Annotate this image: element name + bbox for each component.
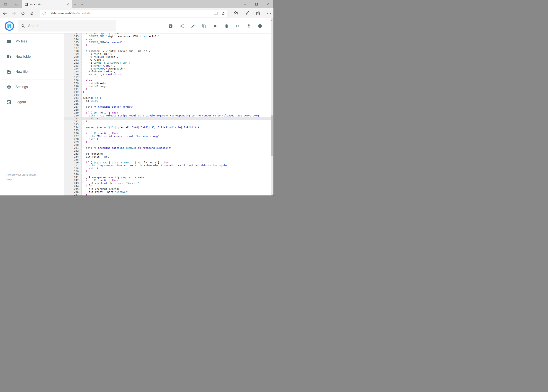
minimize-button[interactable] — [239, 0, 251, 8]
sidebar-item-my-files[interactable]: My files — [0, 34, 64, 49]
share-button[interactable] — [180, 24, 184, 28]
set-tabs-aside-button[interactable] — [11, 0, 22, 8]
new-tab-button[interactable] — [72, 0, 79, 8]
back-button[interactable] — [0, 8, 9, 18]
save-button[interactable] — [168, 24, 173, 28]
search-input[interactable] — [28, 24, 113, 28]
code-line[interactable]: 223 — [64, 123, 273, 126]
add-favorite-star-icon[interactable] — [220, 12, 227, 15]
code-line[interactable]: 237 echo "Tag $semver does not exist in … — [64, 164, 273, 167]
code-line[interactable]: 195 COMMIT_SHA="untracked" — [64, 41, 273, 44]
download-button[interactable] — [247, 24, 251, 28]
code-line[interactable]: 225 — [64, 129, 273, 132]
code-line[interactable]: 202 -e COMMIT_SHA=$COMMIT_SHA \ — [64, 61, 273, 64]
code-line[interactable]: 244 else — [64, 185, 273, 188]
code-line[interactable]: 220 echo "This release script requires a… — [64, 114, 273, 117]
forward-button[interactable] — [9, 8, 18, 18]
code-line[interactable]: 196 fi — [64, 44, 273, 47]
tab-close-icon[interactable] — [66, 3, 70, 6]
code-line[interactable]: 226 if [ $? -ne 0 ]; then — [64, 132, 273, 135]
tab-list-chevron-button[interactable] — [79, 0, 86, 8]
code-line[interactable]: 246 git reset --hard "$semver" — [64, 190, 273, 193]
code-line[interactable]: 200 -v /$(pwd):/src:z \ — [64, 55, 273, 58]
raw-code-button[interactable] — [235, 24, 240, 28]
code-line[interactable]: 222 fi — [64, 120, 273, 123]
code-line[interactable]: 236 if [ $(git tag | grep "$semver" | wc… — [64, 161, 273, 164]
code-line[interactable]: 239 fi — [64, 170, 273, 173]
sidebar-item-new-file[interactable]: New file — [0, 64, 64, 79]
code-line[interactable]: 192 if [ -d ".git" ]; then — [64, 34, 273, 35]
code-line[interactable]: 207 — [64, 76, 273, 79]
code-line[interactable]: 211 fi — [64, 88, 273, 91]
move-button[interactable] — [213, 24, 218, 28]
code-line[interactable]: 209 buildAssets — [64, 82, 273, 85]
code-line[interactable]: 243 git checkout -b release "$semver" — [64, 182, 273, 185]
reading-view-icon[interactable] — [212, 12, 220, 15]
code-line[interactable]: 197 — [64, 47, 273, 49]
sidebar-item-settings[interactable]: Settings — [0, 79, 64, 95]
code-line[interactable]: 247 fi — [64, 193, 273, 196]
tab-preview-button[interactable] — [0, 0, 11, 8]
code-line[interactable]: 240 — [64, 173, 273, 176]
code-line[interactable]: 224 semver=$(echo "$1" | grep -P '^v(0|[… — [64, 126, 273, 129]
code-line[interactable]: 213 — [64, 94, 273, 97]
code-line[interactable]: 242 if [ $? -ne 0 ]; then — [64, 179, 273, 182]
code-line[interactable]: 198 $(command -v winpty) docker run --rm… — [64, 49, 273, 52]
code-line[interactable]: 201 -w //src \ — [64, 58, 273, 61]
code-line[interactable]: 193 COMMIT_SHA="$(git rev-parse HEAD | c… — [64, 35, 273, 38]
search-box[interactable] — [18, 20, 116, 32]
url-text[interactable]: filebrowser.web/files/wizard.sh — [50, 12, 212, 15]
code-line[interactable]: 194 else — [64, 38, 273, 41]
code-line[interactable]: 219 if [ $# -ne 1 ]; then — [64, 111, 273, 114]
code-line[interactable]: 233 cd frontend — [64, 152, 273, 155]
site-info-icon[interactable] — [40, 12, 48, 15]
code-line[interactable]: 232 — [64, 149, 273, 152]
code-line[interactable]: 221 exit 1 — [64, 117, 273, 120]
code-line[interactable]: 234 git fetch --all — [64, 155, 273, 158]
settings-ellipsis-icon[interactable] — [265, 13, 273, 14]
code-line[interactable]: 245 git checkout release — [64, 188, 273, 190]
maximize-button[interactable] — [251, 0, 262, 8]
code-line[interactable]: 229 fi — [64, 140, 273, 143]
code-line[interactable]: 216 — [64, 102, 273, 105]
code-line[interactable]: 227 echo "Not valid semver format. See s… — [64, 135, 273, 138]
tab-wizard-sh[interactable]: wizard.sh — [22, 0, 72, 8]
code-line[interactable]: 203 -e HOME="//tmp" \ — [64, 64, 273, 67]
sidebar-item-new-folder[interactable]: New folder — [0, 49, 64, 64]
code-line[interactable]: 217 echo "> Checking semver format" — [64, 105, 273, 108]
code-line[interactable]: 241 git rev-parse --verify --quiet relea… — [64, 176, 273, 179]
scrollbar-up-arrow[interactable] — [271, 18, 273, 21]
sidebar-item-logout[interactable]: Logout — [0, 95, 64, 110]
code-line[interactable]: 228 exit 1 — [64, 138, 273, 140]
url-bar[interactable]: filebrowser.web/files/wizard.sh — [40, 10, 227, 17]
code-editor[interactable]: 192 if [ -d ".git" ]; then193 COMMIT_SHA… — [64, 34, 273, 196]
code-line[interactable]: 204 -e GOPATH=//tmp/gopath \ — [64, 67, 273, 70]
rename-edit-button[interactable] — [191, 24, 195, 28]
delete-button[interactable] — [224, 24, 229, 28]
info-button[interactable] — [258, 24, 262, 28]
share-page-icon[interactable] — [254, 11, 262, 15]
close-window-button[interactable] — [262, 0, 273, 8]
help-link[interactable]: Help — [7, 177, 64, 182]
code-line[interactable]: 206 sh -c "./wizard.sh -b" — [64, 73, 273, 76]
scrollbar-thumb[interactable] — [271, 115, 273, 156]
vertical-scrollbar[interactable] — [271, 18, 273, 196]
code-line[interactable]: 215 cd $REPO — [64, 99, 273, 102]
code-line[interactable]: 208 else — [64, 79, 273, 82]
code-line[interactable]: 235 — [64, 158, 273, 161]
code-line[interactable]: 210 buildBinary — [64, 85, 273, 88]
fold-arrow-icon[interactable] — [79, 98, 81, 99]
filebrowser-logo[interactable] — [5, 21, 14, 31]
code-line[interactable]: 214release () { — [64, 97, 273, 99]
code-line[interactable]: 238 exit 1 — [64, 167, 273, 170]
copy-button[interactable] — [202, 24, 207, 28]
hub-favorites-icon[interactable] — [232, 11, 240, 15]
code-line[interactable]: 218 — [64, 108, 273, 111]
refresh-button[interactable] — [18, 8, 28, 18]
home-button[interactable] — [28, 8, 36, 18]
code-line[interactable]: 199 -u "$(id -u)" \ — [64, 52, 273, 55]
annotate-pen-icon[interactable] — [243, 11, 251, 15]
code-line[interactable]: 205 filebrowser/dev \ — [64, 70, 273, 73]
scrollbar-down-arrow[interactable] — [271, 192, 273, 196]
code-line[interactable]: 231 echo "> Checking matching $semver in… — [64, 146, 273, 149]
